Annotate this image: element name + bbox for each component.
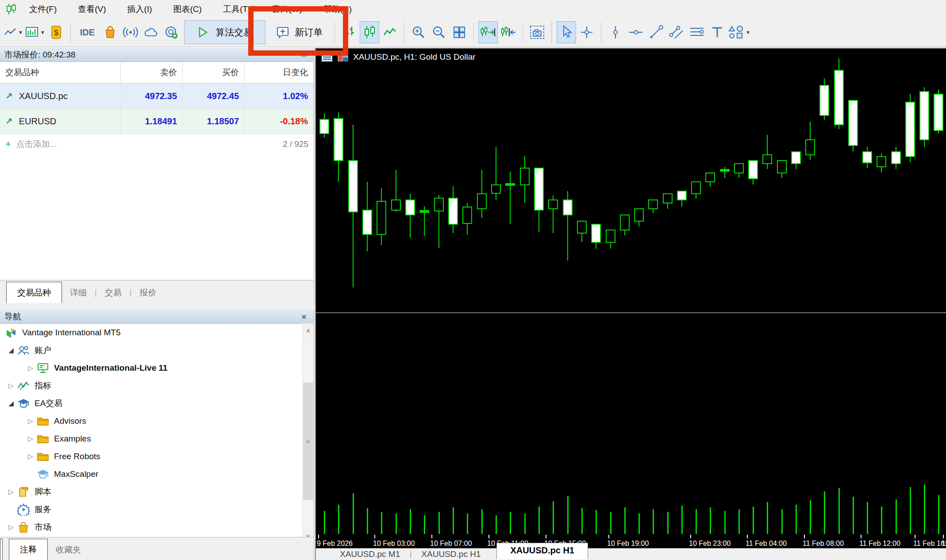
- fibonacci-tool-button[interactable]: [687, 21, 707, 43]
- new-order-button[interactable]: 新订单: [269, 20, 330, 44]
- trendline-tool-button[interactable]: [646, 21, 666, 43]
- menu-item[interactable]: 工具(T): [212, 0, 261, 18]
- menu-item[interactable]: 窗口(W): [261, 0, 313, 18]
- zoom-in-button[interactable]: [409, 21, 428, 43]
- expand-icon[interactable]: ▷: [25, 417, 36, 425]
- expand-icon[interactable]: ▷: [25, 453, 36, 460]
- line-chart-icon: [4, 26, 17, 39]
- chart-restore-icon[interactable]: [337, 52, 349, 62]
- chart-menu-icon[interactable]: [321, 52, 333, 62]
- chart-shift-button[interactable]: [499, 21, 518, 43]
- candle-body: [492, 185, 500, 193]
- column-header[interactable]: 交易品种: [0, 62, 121, 83]
- menu-item[interactable]: 插入(I): [117, 0, 163, 18]
- tree-item-label: 指标: [35, 380, 51, 391]
- tab-item[interactable]: 详细: [62, 282, 95, 303]
- collapse-icon[interactable]: ◢: [5, 399, 17, 407]
- expand-icon[interactable]: ▷: [5, 523, 17, 531]
- daily-change: -0.18%: [245, 109, 314, 134]
- crosshair-tool-button[interactable]: [577, 21, 596, 43]
- scrollbar-thumb[interactable]: ≡: [303, 383, 313, 500]
- tree-item[interactable]: 服务: [0, 501, 302, 518]
- scroll-up-button[interactable]: ∧: [303, 323, 314, 337]
- horizontal-line-tool-button[interactable]: [626, 21, 646, 43]
- add-symbol-row[interactable]: + 点击添加... 2 / 925: [0, 134, 314, 154]
- candlestick-mode-button[interactable]: [360, 21, 379, 43]
- tab-active[interactable]: 注释: [9, 539, 48, 560]
- column-header[interactable]: 买价: [183, 62, 245, 83]
- candle-body: [449, 198, 458, 224]
- candle-body: [863, 152, 872, 163]
- tree-item[interactable]: ▷Free Robots: [0, 448, 302, 465]
- menu-item[interactable]: 查看(V): [67, 0, 116, 18]
- column-header[interactable]: 卖价: [121, 62, 183, 83]
- deposit-button[interactable]: $: [46, 21, 66, 43]
- menu-item[interactable]: 图表(C): [163, 0, 212, 18]
- tab-item[interactable]: 报价: [131, 282, 164, 303]
- auto-scroll-button[interactable]: [478, 21, 498, 43]
- tree-item-label: 脚本: [35, 486, 51, 498]
- zoom-out-button[interactable]: [429, 21, 449, 43]
- cursor-tool-button[interactable]: [557, 21, 576, 43]
- candlestick-chart[interactable]: 9 Feb 202610 Feb 03:0010 Feb 07:0010 Feb…: [316, 49, 946, 548]
- bar-chart-mode-button[interactable]: [339, 21, 359, 43]
- column-header[interactable]: 日变化: [245, 62, 314, 83]
- screenshot-button[interactable]: [527, 21, 547, 43]
- market-watch-row[interactable]: ↗XAUUSD.pc4972.354972.451.02%: [0, 84, 314, 109]
- chart-tab-active[interactable]: XAUUSD.pc H1: [496, 543, 588, 559]
- collapse-icon[interactable]: ◢: [5, 346, 17, 354]
- close-icon[interactable]: ×: [299, 50, 309, 60]
- tab-item[interactable]: 交易: [97, 282, 130, 303]
- cloud-button[interactable]: [141, 21, 161, 43]
- tile-windows-button[interactable]: [450, 21, 469, 43]
- expand-icon[interactable]: ▷: [5, 488, 17, 496]
- tree-item[interactable]: ▷Examples: [0, 430, 302, 448]
- candle-body: [563, 200, 572, 215]
- scrollbar[interactable]: ∧ ≡ ∨: [302, 323, 314, 543]
- chevron-down-icon: ▼: [746, 30, 750, 35]
- expand-icon[interactable]: ▷: [5, 382, 17, 390]
- chart-title: XAUUSD.pc, H1: Gold US Dollar: [353, 52, 476, 62]
- tree-item-label: EA交易: [35, 398, 62, 409]
- vertical-line-tool-button[interactable]: [606, 21, 625, 43]
- menu-item[interactable]: 帮助(H): [313, 0, 362, 18]
- tree-item[interactable]: Vantage International MT5: [0, 324, 302, 341]
- signals-button[interactable]: [121, 21, 140, 43]
- algo-trading-button[interactable]: 算法交易: [184, 20, 265, 44]
- channel-tool-button[interactable]: [667, 21, 686, 43]
- tree-item[interactable]: ▷VantageInternational-Live 11: [0, 359, 302, 377]
- chart-type-button[interactable]: ▼: [3, 21, 23, 43]
- chart-tab[interactable]: XAUUSD.pc H1: [411, 549, 490, 559]
- chart-tab[interactable]: XAUUSD.pc M1: [330, 549, 410, 559]
- tree-item[interactable]: ▷市场: [0, 518, 302, 536]
- tree-item[interactable]: ▷脚本: [0, 483, 302, 501]
- shapes-tool-button[interactable]: ▼: [728, 21, 751, 43]
- indicator-chart-button[interactable]: ▼: [24, 21, 46, 43]
- play-icon: [197, 27, 208, 38]
- trend-up-icon: ↗: [5, 116, 13, 127]
- candle-body: [377, 201, 386, 234]
- tree-item[interactable]: ◢EA交易: [0, 395, 302, 412]
- candle-body: [363, 210, 372, 234]
- tab-item[interactable]: 收藏夹: [48, 539, 89, 560]
- tree-item[interactable]: MaxScalper: [0, 465, 302, 483]
- tree-item[interactable]: ▷指标: [0, 377, 302, 395]
- community-button[interactable]: [162, 21, 181, 43]
- close-icon[interactable]: ×: [299, 311, 309, 322]
- market-watch-row[interactable]: ↗EURUSD1.184911.18507-0.18%: [0, 109, 314, 134]
- tab-active[interactable]: 交易品种: [6, 282, 62, 303]
- camera-icon: [530, 25, 545, 39]
- expand-icon[interactable]: ▷: [25, 435, 36, 443]
- text-tool-button[interactable]: [708, 21, 727, 43]
- candle-body: [806, 140, 815, 155]
- line-chart-mode-button[interactable]: [380, 21, 400, 43]
- tree-item[interactable]: ▷Advisors: [0, 412, 302, 430]
- chart-window[interactable]: 9 Feb 202610 Feb 03:0010 Feb 07:0010 Feb…: [315, 48, 946, 560]
- market-store-button[interactable]: [100, 21, 120, 43]
- time-axis-label: 10 Feb 07:00: [430, 540, 472, 547]
- tree-item[interactable]: ◢账户: [0, 341, 302, 359]
- menu-item[interactable]: 文件(F): [19, 0, 67, 18]
- expand-icon[interactable]: ▷: [25, 364, 36, 372]
- ide-button[interactable]: IDE: [75, 21, 100, 43]
- dollar-icon: $: [50, 25, 63, 39]
